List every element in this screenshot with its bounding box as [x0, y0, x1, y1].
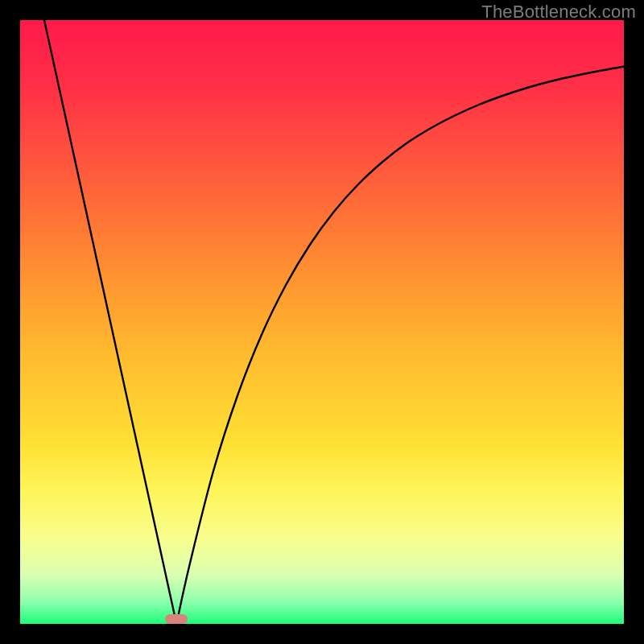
optimum-marker: [165, 614, 188, 624]
bottleneck-curve: [20, 20, 624, 624]
plot-area: [20, 20, 624, 624]
watermark-text: TheBottleneck.com: [481, 2, 636, 23]
chart-frame: TheBottleneck.com: [0, 0, 644, 644]
